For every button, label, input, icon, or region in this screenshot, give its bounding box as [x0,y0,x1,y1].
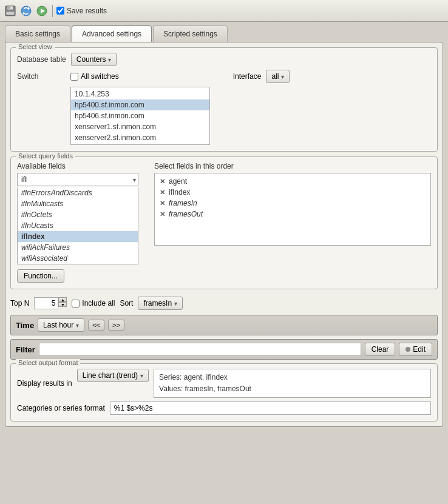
sel-field-3-remove[interactable]: ✕ [160,210,165,218]
sel-field-2-value: framesIn [169,199,197,207]
host-item-3[interactable]: xenserver1.sf.inmon.com [71,121,209,132]
time-row: Time Last hour << >> [10,315,438,335]
edit-button[interactable]: Edit [399,343,432,356]
display-label: Display results in [17,379,72,388]
sort-dropdown[interactable]: framesIn [138,297,183,310]
query-fields-section: Select query fields Available fields ▾ i… [10,156,438,289]
interface-dropdown[interactable]: all [266,70,290,83]
save-results-checkbox[interactable] [56,7,64,15]
output-format-title: Select output format [16,359,80,366]
run-icon[interactable] [35,4,49,18]
tab-advanced[interactable]: Advanced settings [72,25,152,42]
panel: Select view Database table Counters Swit… [5,42,443,427]
function-button[interactable]: Function... [17,269,64,283]
host-item-1[interactable]: hp5400.sf.inmon.com [71,99,209,110]
sort-value: framesIn [143,299,172,307]
time-label: Time [16,321,34,330]
field-item-2[interactable]: ifInOctets [18,209,138,220]
include-all-area: Include all [72,299,115,307]
field-item-1[interactable]: ifInMulticasts [18,198,138,209]
select-view-section: Select view Database table Counters Swit… [10,47,438,152]
include-all-label: Include all [82,299,115,307]
time-dropdown[interactable]: Last hour [38,318,84,332]
topn-spinner: ▲ ▼ [58,297,67,309]
series-line1: Series: agent, ifIndex [159,372,426,383]
tab-scripted[interactable]: Scripted settings [153,25,228,42]
sel-field-2-remove[interactable]: ✕ [160,200,165,207]
edit-label: Edit [413,345,426,354]
field-item-4[interactable]: ifIndex [18,231,138,242]
field-search-container: ▾ [17,173,138,186]
tabs-bar: Basic settings Advanced settings Scripte… [5,25,443,42]
save-results-area: Save results [56,7,107,15]
topn-up[interactable]: ▲ [58,297,67,302]
filter-label: Filter [16,345,35,354]
refresh-icon[interactable] [19,4,33,18]
display-value: Line chart (trend) [83,371,138,380]
svg-rect-2 [8,6,10,8]
output-format-section: Select output format Display results in … [10,363,438,422]
topn-input[interactable] [34,297,58,309]
all-switches-area: All switches [70,72,119,81]
field-item-6[interactable]: wifiAssociated [18,253,138,264]
selected-label: Select fields in this order [154,162,431,170]
display-dropdown[interactable]: Line chart (trend) [77,369,149,382]
time-value: Last hour [43,321,73,329]
topn-input-wrapper: ▲ ▼ [34,297,67,309]
save-results-label: Save results [67,7,107,15]
save-icon[interactable] [4,4,17,18]
topn-down[interactable]: ▼ [58,302,67,307]
available-fields-col: Available fields ▾ ifInErrorsAndDiscards… [17,162,144,283]
host-item-0[interactable]: 10.1.4.253 [71,89,209,99]
field-item-0[interactable]: ifInErrorsAndDiscards [18,187,138,198]
switch-row: Switch All switches Interface all [17,70,431,83]
edit-icon [406,347,410,352]
include-all-checkbox[interactable] [72,300,80,307]
sel-field-1-remove[interactable]: ✕ [160,189,165,197]
sel-field-1-value: ifIndex [169,188,190,197]
sort-label: Sort [120,299,133,307]
tab-basic[interactable]: Basic settings [5,25,70,42]
switch-label: Switch [17,72,66,81]
sel-field-3-value: framesOut [169,210,203,218]
host-item-2[interactable]: hp5406.sf.inmon.com [71,110,209,121]
db-table-row: Database table Counters [17,53,431,66]
interface-value: all [271,72,279,81]
all-switches-label: All switches [81,72,119,81]
sel-field-1: ✕ ifIndex [160,187,426,198]
db-table-dropdown[interactable]: Counters [71,53,117,66]
host-list: 10.1.4.253 hp5400.sf.inmon.com hp5406.sf… [70,87,210,145]
db-table-value: Counters [76,55,106,64]
select-view-title: Select view [16,43,55,50]
display-results-row: Display results in Line chart (trend) Se… [17,369,431,398]
filter-input[interactable] [39,343,361,356]
categories-input[interactable] [110,402,431,415]
topn-label: Top N [10,299,29,307]
selected-fields-box: ✕ agent ✕ ifIndex ✕ framesIn ✕ [154,173,431,246]
field-item-3[interactable]: ifInUcasts [18,220,138,231]
selected-fields-col: Select fields in this order ✕ agent ✕ if… [154,162,431,283]
sel-field-0-remove[interactable]: ✕ [160,178,165,186]
time-next[interactable]: >> [108,320,124,331]
sel-field-2: ✕ framesIn [160,198,426,209]
categories-row: Categories or series format [17,402,431,415]
categories-label: Categories or series format [17,404,105,412]
sel-field-0-value: agent [169,177,187,186]
time-prev[interactable]: << [88,320,104,331]
clear-button[interactable]: Clear [365,343,396,356]
db-table-label: Database table [17,55,66,64]
host-item-4[interactable]: xenserver2.sf.inmon.com [71,132,209,143]
all-switches-checkbox[interactable] [70,73,78,81]
query-fields-title: Select query fields [16,152,75,160]
field-item-5[interactable]: wifiAckFailures [18,242,138,253]
query-fields-inner: Available fields ▾ ifInErrorsAndDiscards… [17,162,431,283]
field-list: ifInErrorsAndDiscards ifInMulticasts ifI… [17,187,138,264]
series-box: Series: agent, ifIndex Values: framesIn,… [154,369,431,398]
toolbar: Save results [0,0,448,22]
toolbar-separator [52,5,53,17]
field-search-input[interactable] [17,173,138,186]
sel-field-0: ✕ agent [160,176,426,187]
topn-row: Top N ▲ ▼ Include all Sort framesIn [10,294,438,312]
svg-rect-3 [6,12,15,15]
series-line2: Values: framesIn, framesOut [159,383,426,395]
